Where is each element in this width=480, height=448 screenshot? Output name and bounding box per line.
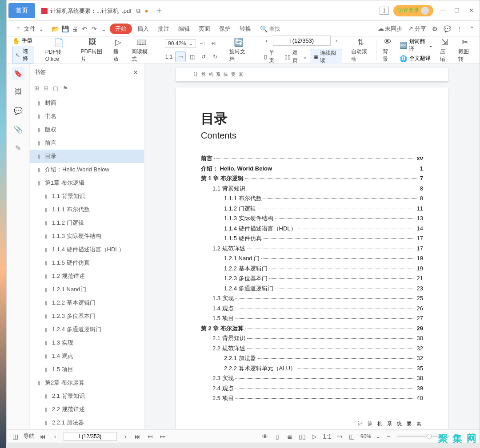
window-maximize[interactable]: ☐ <box>452 7 462 14</box>
bookmark-item[interactable]: ▮2.2.1 加法器 <box>30 416 144 429</box>
bookmark-item[interactable]: ▮介绍：Hello,World Below <box>30 163 144 176</box>
rail-bookmarks-icon[interactable]: 🔖 <box>12 67 24 79</box>
view-single[interactable]: ▯单页 <box>261 49 281 64</box>
prev-page-icon[interactable]: ‹ <box>51 432 59 440</box>
tool-hand[interactable]: ✋手型 <box>12 37 34 45</box>
bm-expand-icon[interactable]: ⊞ <box>34 85 39 91</box>
bookmark-item[interactable]: ▮1.2.4 多通道逻辑门 <box>30 323 144 336</box>
last-page-icon[interactable]: ⏭ <box>134 432 142 440</box>
bookmark-item[interactable]: ▮1.1.1 布尔代数 <box>30 203 144 216</box>
bookmark-item[interactable]: ▮前言 <box>30 136 144 150</box>
redo-icon[interactable]: ↷ <box>90 25 98 33</box>
bookmark-item[interactable]: ▮封面 <box>30 96 144 110</box>
menu-insert[interactable]: 插入 <box>134 23 152 35</box>
bookmark-item[interactable]: ▮1.1 背景知识 <box>30 190 144 203</box>
sync-status[interactable]: ☁未同步 <box>377 24 402 33</box>
settings-icon[interactable]: ⚙ <box>431 25 439 33</box>
fit-width-icon[interactable]: ▭ <box>175 52 186 62</box>
next-page-icon[interactable]: › <box>121 432 129 440</box>
history-dropdown-icon[interactable]: ⌄ <box>100 25 108 33</box>
auto-scroll[interactable]: ⇅自动滚动 <box>347 37 375 63</box>
bookmark-item[interactable]: ▮第1章 布尔逻辑 <box>30 176 144 190</box>
more-icon[interactable]: ⋮ <box>456 25 464 33</box>
save-icon[interactable]: 💾 <box>61 25 69 33</box>
zoom-dropdown-icon[interactable]: ⌄ <box>376 433 380 440</box>
menu-protect[interactable]: 保护 <box>216 23 234 35</box>
page-number-input[interactable] <box>273 36 331 46</box>
rail-signature-icon[interactable]: ✎ <box>12 142 24 154</box>
menu-start[interactable]: 开始 <box>110 24 132 34</box>
tab-document[interactable]: 计算机系统要素：...计算机_.pdf ⧉ ● <box>37 3 153 18</box>
eye-mode-icon[interactable]: 👁 <box>261 432 269 440</box>
bookmark-item[interactable]: ▮版权 <box>30 123 144 136</box>
print-icon[interactable]: 🖨 <box>71 25 79 33</box>
status-zoom-out-icon[interactable]: − <box>384 432 392 440</box>
notification-badge[interactable]: 1 <box>380 7 389 15</box>
window-close[interactable]: ✕ <box>466 7 476 14</box>
marquee-zoom-icon[interactable]: ◫ <box>187 52 197 62</box>
undo-icon[interactable]: ↶ <box>80 25 88 33</box>
bookmark-item[interactable]: ▮1.1.2 门逻辑 <box>30 216 144 230</box>
page-next-icon[interactable]: › <box>332 36 342 46</box>
read-mode[interactable]: 📖阅读模式 <box>127 37 155 63</box>
menu-convert[interactable]: 转换 <box>236 23 255 35</box>
pdf-to-office[interactable]: 📄PDF转Office <box>41 38 76 62</box>
tab-popout-icon[interactable]: ⧉ <box>134 7 142 15</box>
compress[interactable]: ⇲压缩 <box>436 37 454 63</box>
share-button[interactable]: ↗分享 <box>407 24 426 33</box>
nav-icon[interactable]: ◫ <box>11 432 19 440</box>
bookmarks-tree[interactable]: ▮封面▮书名▮版权▮前言▮目录▮介绍：Hello,World Below▮第1章… <box>30 95 144 429</box>
panel-close-icon[interactable]: ✕ <box>132 68 140 76</box>
zoom-slider[interactable] <box>397 436 450 437</box>
menu-pages[interactable]: 页面 <box>195 23 214 35</box>
login-button[interactable]: 访客登录 <box>393 5 433 16</box>
rail-comments-icon[interactable]: 💬 <box>12 104 24 117</box>
bookmark-item[interactable]: ▮1.2 规范详述 <box>30 270 144 283</box>
bookmark-item[interactable]: ▮第2章 布尔运算 <box>30 376 144 389</box>
view-double[interactable]: ▯▯双页⌄ <box>282 49 310 64</box>
status-fit11-icon[interactable]: 1:1 <box>323 432 331 440</box>
background[interactable]: 👁背景 <box>378 37 396 63</box>
bookmark-item[interactable]: ▮1.2.1 Nand门 <box>30 283 144 296</box>
bookmark-item[interactable]: ▮1.2.2 基本逻辑门 <box>30 296 144 309</box>
rail-thumbnails-icon[interactable]: 🖼 <box>12 86 24 98</box>
page-prev-icon[interactable]: ‹ <box>261 36 272 46</box>
status-single-icon[interactable]: ▯ <box>273 432 281 440</box>
bm-add-icon[interactable]: ▢ <box>53 85 58 91</box>
collapse-ribbon-icon[interactable]: ⌃ <box>468 25 476 33</box>
full-translate[interactable]: 🌐全文翻译 <box>400 55 433 63</box>
nav-label[interactable]: 导航 <box>24 432 34 440</box>
rotate-ccw-icon[interactable]: ↺ <box>198 52 209 62</box>
fullscreen-icon[interactable]: ⛶ <box>467 432 475 440</box>
status-zoom-in-icon[interactable]: ＋ <box>455 432 463 440</box>
tool-select[interactable]: ↖选择 <box>12 47 34 63</box>
bookmark-item[interactable]: ▮1.1.3 实际硬件结构 <box>30 230 144 243</box>
zoom-in-icon[interactable]: +⃝ <box>208 38 219 49</box>
word-translate[interactable]: 🔤划词翻译⌄ <box>400 38 433 53</box>
bookmark-item[interactable]: ▮2.2 规范详述 <box>30 403 144 416</box>
status-page-input[interactable] <box>64 432 117 441</box>
status-double-icon[interactable]: ▯▯ <box>298 432 306 440</box>
status-continuous-icon[interactable]: ≣ <box>286 432 294 440</box>
fit-11-icon[interactable]: 1:1 <box>164 52 174 62</box>
bookmark-item[interactable]: ▮1.4 观点 <box>30 349 144 363</box>
tab-home[interactable]: 首页 <box>8 3 35 18</box>
bookmark-item[interactable]: ▮2.1 背景知识 <box>30 389 144 403</box>
tab-close-dot[interactable]: ● <box>145 8 148 14</box>
bookmark-item[interactable]: ▮1.1.4 硬件描述语言（HDL） <box>30 243 144 256</box>
feedback-icon[interactable]: 💬 <box>443 25 451 33</box>
bookmark-item[interactable]: ▮1.5 项目 <box>30 363 144 376</box>
status-fitw-icon[interactable]: ▭ <box>336 432 344 440</box>
open-file-icon[interactable]: 📂 <box>51 25 59 33</box>
screenshot[interactable]: ✂截图转 <box>454 37 477 63</box>
pdf-to-image[interactable]: 🖼PDF转图片 <box>76 37 109 63</box>
play-button[interactable]: ▷播放 <box>109 37 127 63</box>
menu-annotate[interactable]: 批注 <box>154 23 173 35</box>
rotate-cw-icon[interactable]: ↻ <box>210 52 220 62</box>
tab-add-button[interactable]: ＋ <box>153 4 165 17</box>
bookmark-item[interactable]: ▮目录 <box>30 150 144 163</box>
fwd-view-icon[interactable]: ↦ <box>159 432 167 440</box>
menu-edit[interactable]: 编辑 <box>175 23 193 35</box>
search-input[interactable] <box>269 26 323 32</box>
bookmark-item[interactable]: ▮1.2.3 多位基本门 <box>30 309 144 323</box>
